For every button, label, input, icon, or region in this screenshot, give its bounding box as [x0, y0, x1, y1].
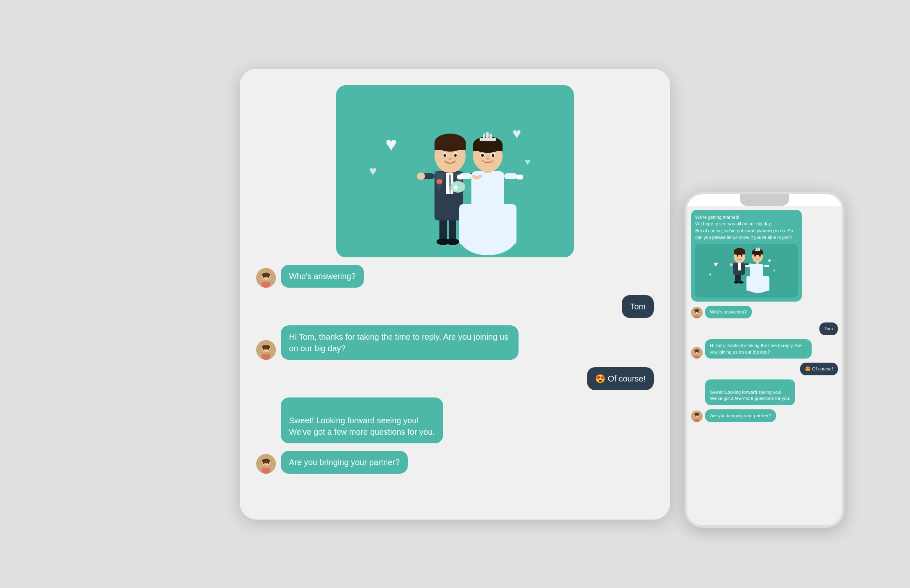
tablet-chat-area: ♥ ♥ ♥ ♥ ♥ [256, 85, 654, 503]
svg-rect-100 [756, 248, 757, 250]
svg-rect-15 [437, 179, 442, 184]
svg-point-115 [698, 352, 698, 353]
avatar-bride-3 [256, 454, 276, 474]
svg-rect-101 [758, 247, 759, 250]
msg-row-of-course: 😍 Of course! [256, 367, 654, 390]
svg-rect-110 [694, 316, 699, 318]
svg-rect-45 [489, 134, 492, 138]
svg-rect-92 [750, 264, 763, 279]
svg-rect-116 [694, 356, 699, 359]
svg-rect-56 [262, 282, 270, 288]
svg-rect-23 [435, 143, 466, 150]
svg-point-50 [486, 157, 489, 160]
svg-point-103 [754, 254, 756, 257]
svg-point-26 [444, 154, 446, 157]
svg-point-108 [695, 311, 696, 313]
p-bubble-tom: Tom [819, 322, 838, 335]
svg-text:♥: ♥ [714, 260, 718, 268]
svg-rect-102 [759, 248, 760, 250]
p-bubble-partner: Are you bringing your partner? [705, 409, 776, 422]
svg-rect-122 [694, 419, 699, 422]
phone-wedding-text: We're getting married! We hope to see yo… [695, 214, 798, 241]
p-msg-of-course: 😍 Of course! [691, 363, 838, 375]
bubble-tom: Tom [622, 295, 654, 318]
svg-point-76 [734, 281, 739, 284]
phone-chat-area: We're getting married! We hope to see yo… [687, 206, 842, 525]
phone-wedding-img: ♥ ♥ ♥ ♥ [695, 244, 798, 297]
svg-point-55 [268, 276, 269, 278]
svg-text:♥: ♥ [369, 163, 377, 178]
svg-rect-93 [745, 265, 751, 267]
msg-row-who-answering: Who's answering? [256, 265, 654, 288]
p-avatar-3 [691, 411, 703, 422]
phone-notch [740, 194, 789, 206]
svg-point-107 [694, 309, 699, 312]
svg-rect-43 [483, 134, 485, 138]
svg-rect-35 [516, 175, 523, 179]
p-avatar-2 [691, 347, 703, 359]
svg-text:♥: ♥ [773, 268, 776, 273]
msg-row-partner: Are you bringing your partner? [256, 451, 654, 474]
svg-point-60 [263, 348, 264, 350]
bubble-of-course: 😍 Of course! [587, 367, 654, 390]
svg-text:♥: ♥ [512, 125, 521, 142]
svg-rect-68 [262, 468, 270, 474]
svg-text:♥: ♥ [385, 133, 397, 155]
svg-point-9 [446, 238, 459, 245]
p-msg-who-answering: Who's answering? [691, 306, 838, 318]
svg-rect-44 [486, 132, 489, 138]
svg-point-121 [698, 415, 698, 417]
svg-text:♥: ♥ [525, 156, 530, 167]
svg-point-67 [268, 462, 269, 464]
svg-point-114 [695, 352, 696, 353]
svg-point-66 [263, 462, 264, 464]
svg-point-113 [694, 350, 699, 352]
svg-text:❀: ❀ [453, 183, 459, 191]
svg-point-28 [448, 158, 452, 160]
bubble-sweet: Sweet! Looking forward seeing you! We've… [281, 397, 443, 443]
svg-point-18 [417, 173, 425, 180]
svg-point-27 [454, 154, 457, 157]
svg-rect-94 [764, 265, 769, 267]
svg-rect-41 [473, 145, 503, 151]
tablet-device: ♥ ♥ ♥ ♥ ♥ [240, 69, 670, 520]
p-msg-partner: Are you bringing your partner? [691, 409, 838, 422]
svg-point-82 [730, 263, 733, 266]
bubble-partner: Are you bringing your partner? [281, 451, 408, 474]
p-bubble-hi-tom: Hi Tom, thanks for taking the time to re… [705, 339, 812, 359]
p-msg-hi-tom: Hi Tom, thanks for taking the time to re… [691, 339, 838, 359]
svg-point-54 [263, 276, 264, 278]
svg-point-89 [741, 254, 742, 257]
bubble-who-answering: Who's answering? [281, 265, 364, 288]
avatar-bride-2 [256, 340, 276, 360]
svg-rect-62 [262, 354, 270, 360]
svg-rect-34 [457, 175, 464, 179]
svg-text:♥: ♥ [768, 257, 771, 264]
svg-point-109 [698, 311, 698, 313]
svg-rect-98 [752, 252, 763, 254]
p-avatar-1 [691, 307, 703, 318]
p-msg-sweet: Sweet! Looking forward seeing you! We've… [691, 379, 838, 405]
wedding-image-bubble: ♥ ♥ ♥ ♥ ♥ [336, 85, 574, 257]
svg-text:♥: ♥ [709, 272, 712, 277]
p-bubble-of-course: 😍 Of course! [800, 363, 838, 375]
svg-rect-79 [738, 263, 741, 270]
svg-point-48 [481, 154, 484, 157]
msg-row-tom: Tom [256, 295, 654, 318]
svg-rect-87 [734, 252, 745, 254]
svg-point-120 [695, 415, 696, 417]
svg-point-88 [737, 254, 738, 257]
phone-wedding-bubble: We're getting married! We hope to see yo… [691, 210, 802, 302]
p-msg-tom: Tom [691, 322, 838, 335]
svg-point-119 [694, 413, 699, 416]
phone-device: We're getting married! We hope to see yo… [685, 192, 844, 528]
svg-rect-33 [504, 173, 517, 179]
p-bubble-who-answering: Who's answering? [705, 306, 752, 318]
svg-point-77 [739, 281, 744, 284]
msg-row-sweet: Sweet! Looking forward seeing you! We've… [256, 397, 654, 443]
p-bubble-sweet: Sweet! Looking forward seeing you! We've… [705, 379, 795, 405]
svg-rect-69 [697, 244, 796, 297]
avatar-bride [256, 268, 276, 288]
outer-wrapper: ♥ ♥ ♥ ♥ ♥ [45, 28, 865, 561]
msg-row-hi-tom: Hi Tom, thanks for taking the time to re… [256, 325, 654, 360]
